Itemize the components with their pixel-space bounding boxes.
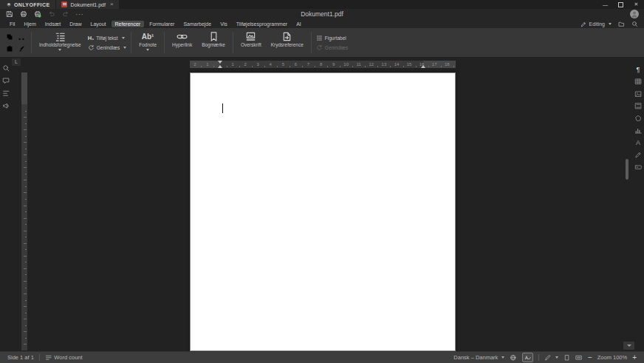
menu-tab-samarbejde[interactable]: Samarbejde — [179, 21, 215, 27]
ink-annotation-button[interactable] — [544, 354, 558, 362]
cross-reference-button[interactable]: Krydsreference — [268, 28, 306, 57]
scrollbar-thumb[interactable] — [626, 159, 628, 180]
cut-button[interactable] — [16, 31, 27, 42]
window-maximize-button[interactable] — [613, 0, 628, 9]
ruler-number: 15 — [407, 61, 412, 68]
print-button[interactable] — [18, 10, 29, 19]
footnote-button[interactable]: Ab¹ Fodnote — [136, 28, 160, 57]
undo-button[interactable] — [47, 10, 57, 19]
copy-button[interactable] — [4, 31, 15, 42]
menu-tab-hjem[interactable]: Hjem — [20, 21, 39, 27]
statusbar-right: Dansk – Danmark − Zoom 100% + — [453, 353, 637, 362]
form-settings-button[interactable] — [634, 163, 643, 172]
zoom-level-label[interactable]: Zoom 100% — [597, 354, 627, 361]
navigation-button[interactable] — [2, 89, 11, 98]
textart-settings-icon: A — [636, 139, 640, 146]
signature-settings-button[interactable] — [634, 151, 643, 160]
ruler-tick — [25, 111, 27, 112]
search-icon — [2, 64, 10, 72]
feedback-button[interactable] — [2, 101, 11, 110]
ruler-tick — [25, 199, 27, 200]
save-button[interactable] — [4, 10, 15, 19]
menu-tab-vis[interactable]: Vis — [216, 21, 231, 27]
headerfooter-settings-button[interactable] — [634, 102, 643, 111]
quick-access-toolbar: ··· — [0, 10, 85, 19]
ribbon-divider — [233, 32, 233, 53]
ruler-tick — [239, 66, 240, 67]
scroll-down-button[interactable] — [623, 342, 634, 350]
menu-tab-draw[interactable]: Draw — [66, 21, 85, 27]
caption-button[interactable]: Overskrift — [238, 28, 264, 57]
textart-settings-button[interactable]: A — [634, 138, 643, 147]
app-logo[interactable]: ONLYOFFICE — [0, 0, 55, 9]
ruler-tick — [227, 66, 227, 67]
refresh-table-of-figures-button[interactable]: Genindlæs — [316, 44, 348, 51]
window-minimize-button[interactable]: — — [597, 0, 613, 9]
app-logo-label: ONLYOFFICE — [14, 2, 49, 7]
menu-tab-tilfoejelsesprogrammer[interactable]: Tilføjelsesprogrammer — [233, 21, 291, 27]
copy-style-button[interactable] — [16, 43, 27, 54]
chart-settings-button[interactable] — [634, 126, 643, 135]
vertical-scrollbar[interactable] — [625, 58, 629, 339]
shape-settings-button[interactable] — [634, 114, 643, 123]
paste-icon — [6, 45, 13, 52]
ruler-tick — [290, 66, 290, 67]
hyperlink-button[interactable]: Hyperlink — [169, 28, 195, 57]
ruler-tick — [24, 344, 27, 345]
search-button[interactable] — [2, 64, 11, 72]
chevron-down-icon — [58, 49, 61, 51]
ruler-tick — [403, 66, 404, 67]
window-controls: — ✕ — [597, 0, 644, 9]
fit-width-button[interactable] — [575, 354, 583, 362]
tab-close-icon[interactable]: × — [110, 1, 114, 7]
ruler-tick — [252, 66, 253, 67]
document-page[interactable] — [190, 72, 456, 351]
menu-tab-layout[interactable]: Layout — [86, 21, 109, 27]
paragraph-settings-button[interactable]: ¶ — [634, 65, 643, 74]
image-settings-icon — [634, 90, 643, 98]
menu-tab-fil[interactable]: Fil — [6, 21, 18, 27]
add-text-button[interactable]: H₁ Tilføj tekst — [88, 35, 126, 41]
bookmark-button[interactable]: Bogmærke — [199, 28, 228, 57]
language-selector[interactable]: Dansk – Danmark — [453, 354, 504, 361]
ruler-tick — [24, 155, 27, 155]
more-button[interactable]: ··· — [75, 10, 85, 19]
open-file-location-button[interactable] — [618, 21, 625, 27]
fit-page-button[interactable] — [564, 354, 571, 362]
ruler-tick — [24, 142, 27, 143]
tab-stop-selector[interactable]: L — [12, 58, 21, 66]
image-settings-button[interactable] — [634, 89, 643, 98]
editing-mode-selector[interactable]: Editing — [580, 21, 612, 27]
menu-tab-indsaet[interactable]: Indsæt — [41, 21, 64, 27]
ruler-tick — [352, 66, 353, 67]
search-button[interactable] — [631, 21, 638, 27]
user-avatar[interactable] — [630, 10, 639, 18]
zoom-out-button[interactable]: − — [588, 354, 592, 362]
zoom-in-button[interactable]: + — [632, 354, 637, 362]
hyperlink-label: Hyperlink — [172, 42, 192, 48]
comments-button[interactable] — [2, 76, 11, 85]
ruler-number: 14 — [394, 61, 400, 68]
first-line-indent-marker[interactable] — [218, 61, 222, 64]
document-language-button[interactable] — [510, 354, 517, 362]
paste-button[interactable] — [4, 43, 15, 54]
window-close-button[interactable]: ✕ — [628, 0, 644, 9]
menu-tab-formularer[interactable]: Formularer — [145, 21, 178, 27]
menu-tab-ai[interactable]: AI — [292, 21, 305, 27]
ribbon-divider — [31, 32, 32, 53]
refresh-toc-button[interactable]: Genindlæs — [88, 44, 126, 51]
undo-icon — [48, 10, 55, 18]
table-of-contents-button[interactable]: Indholdsfortegnelse — [36, 28, 84, 57]
table-of-figures-button[interactable]: Figurtabel — [316, 35, 348, 41]
table-settings-button[interactable] — [634, 78, 643, 86]
horizontal-ruler[interactable]: 21123456789101112131415161718 — [190, 61, 456, 68]
menu-tab-referencer[interactable]: Referencer — [112, 21, 145, 27]
redo-button[interactable] — [61, 10, 71, 19]
word-count-button[interactable]: Word count — [45, 354, 83, 362]
document-tab-label: Dokument1.pdf — [70, 2, 105, 7]
document-tab[interactable]: Dokument1.pdf × — [56, 0, 118, 9]
quick-print-button[interactable] — [32, 10, 43, 19]
left-indent-marker[interactable] — [218, 65, 222, 68]
spell-check-toggle[interactable] — [522, 353, 534, 362]
vertical-ruler[interactable] — [21, 72, 27, 350]
